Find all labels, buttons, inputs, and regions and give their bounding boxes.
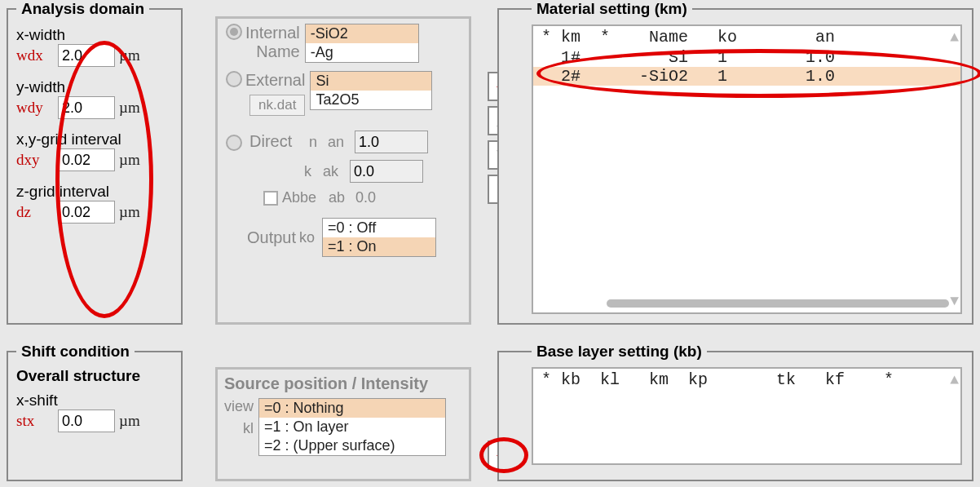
direct-radio[interactable] — [226, 135, 242, 151]
view-label: view — [224, 398, 254, 415]
internal-radio[interactable] — [226, 24, 242, 40]
base-layer-fieldset: Base layer setting (kb) * kb kl km kp tk… — [497, 343, 973, 481]
k-label: k — [304, 163, 319, 180]
an-input[interactable] — [355, 131, 428, 153]
internal-opt-ag[interactable]: -Ag — [306, 43, 418, 62]
overall-structure-label: Overall structure — [16, 367, 140, 385]
base-layer-legend: Base layer setting (kb) — [532, 343, 707, 361]
ak-label: ak — [323, 163, 346, 180]
ak-input[interactable] — [350, 160, 423, 183]
wdy-unit: µm — [119, 99, 140, 116]
ko-label: ko — [299, 229, 322, 246]
external-opt-ta2o5[interactable]: Ta2O5 — [311, 91, 431, 109]
scroll-up-icon[interactable]: ▲ — [950, 29, 959, 46]
wdx-unit: µm — [119, 46, 140, 64]
kl-listbox[interactable]: =0 : Nothing =1 : On layer =2 : (Upper s… — [258, 398, 446, 456]
internal-listbox[interactable]: -SiO2 -Ag — [305, 24, 419, 63]
y-width-label: y-width — [16, 78, 65, 96]
material-list[interactable]: * km * Name ko an 1# Si 1 1.0 2# -SiO2 1… — [532, 24, 962, 314]
wdx-input[interactable] — [58, 44, 115, 67]
an-label: an — [328, 134, 351, 151]
shift-condition-legend: Shift condition — [16, 343, 135, 361]
kl-opt-nothing[interactable]: =0 : Nothing — [259, 399, 445, 418]
dxy-input[interactable] — [58, 148, 115, 171]
external-opt-si[interactable]: Si — [311, 72, 431, 91]
output-opt-off[interactable]: =0 : Off — [323, 219, 435, 237]
material-list-header: * km * Name ko an — [533, 26, 960, 48]
external-listbox[interactable]: Si Ta2O5 — [310, 71, 432, 110]
wdy-input[interactable] — [58, 96, 115, 119]
scroll-down-icon[interactable]: ▼ — [950, 293, 959, 309]
external-label: External — [245, 71, 305, 90]
kl-opt-uppersurface[interactable]: =2 : (Upper surface) — [259, 436, 445, 455]
z-grid-label: z-grid interval — [16, 183, 109, 201]
stx-input[interactable] — [58, 410, 115, 432]
output-ko-listbox[interactable]: =0 : Off =1 : On — [322, 218, 436, 257]
horizontal-scrollbar[interactable] — [607, 299, 949, 308]
internal-opt-sio2[interactable]: -SiO2 — [306, 24, 418, 43]
wdx-label: wdx — [16, 46, 54, 64]
dxy-unit: µm — [119, 151, 140, 168]
output-opt-on[interactable]: =1 : On — [323, 237, 435, 256]
source-position-title: Source position / Intensity — [224, 374, 428, 392]
dz-input[interactable] — [58, 201, 115, 224]
analysis-domain-fieldset: Analysis domain x-width wdx µm y-width w… — [7, 0, 183, 325]
material-setting-legend: Material setting (km) — [532, 0, 692, 18]
ab-value: 0.0 — [355, 189, 404, 206]
internal-label: Internal — [245, 24, 300, 42]
shift-condition-fieldset: Shift condition Overall structure x-shif… — [7, 343, 183, 481]
name-label: Name — [245, 42, 300, 61]
n-label: n — [309, 134, 324, 151]
stx-unit: µm — [119, 412, 140, 429]
abbe-label: Abbe — [282, 189, 324, 206]
wdy-label: wdy — [16, 99, 54, 117]
abbe-checkbox[interactable] — [263, 191, 278, 206]
material-row-1[interactable]: 1# Si 1 1.0 — [533, 48, 960, 67]
stx-label: stx — [16, 412, 54, 430]
source-position-panel: Source position / Intensity view kl =0 :… — [215, 367, 471, 481]
output-label: Output — [226, 228, 296, 247]
dz-label: dz — [16, 203, 54, 221]
dz-unit: µm — [119, 203, 140, 220]
material-row-2[interactable]: 2# -SiO2 1 1.0 — [533, 67, 960, 86]
material-setting-fieldset: Material setting (km) * km * Name ko an … — [497, 0, 973, 325]
material-type-panel: Internal Name -SiO2 -Ag External nk.dat … — [215, 16, 471, 325]
base-layer-header: * kb kl km kp tk kf * — [533, 369, 960, 391]
analysis-domain-legend: Analysis domain — [16, 0, 149, 18]
baselayer-scroll-up-icon[interactable]: ▲ — [950, 372, 959, 388]
ab-label: ab — [329, 189, 351, 206]
base-layer-list[interactable]: * kb kl km kp tk kf * ▲ — [532, 367, 962, 465]
x-shift-label: x-shift — [16, 392, 58, 410]
x-width-label: x-width — [16, 26, 65, 44]
direct-label: Direct — [249, 132, 305, 151]
dxy-label: dxy — [16, 151, 54, 169]
xy-grid-label: x,y-grid interval — [16, 131, 121, 148]
nkdat-button[interactable]: nk.dat — [249, 95, 305, 116]
external-radio[interactable] — [226, 71, 242, 87]
kl-opt-onlayer[interactable]: =1 : On layer — [259, 418, 445, 436]
kl-label: kl — [243, 420, 254, 437]
